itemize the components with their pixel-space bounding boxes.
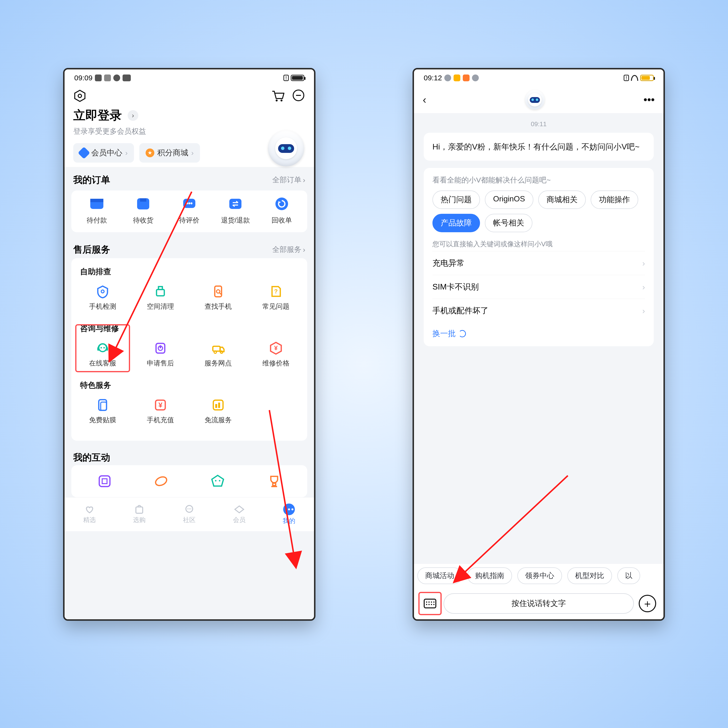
status-app-icon — [454, 75, 460, 81]
member-center-chip[interactable]: 会员中心 › — [73, 143, 134, 162]
more-icon[interactable]: ••• — [644, 94, 655, 106]
status-bar: 09:12 — [414, 69, 664, 86]
svg-point-54 — [189, 508, 190, 509]
tag-mall[interactable]: 商城相关 — [538, 191, 586, 209]
inter-icon-purple[interactable] — [96, 473, 113, 490]
tab-featured[interactable]: 精选 — [64, 497, 115, 531]
order-recycle[interactable]: 回收单 — [259, 195, 305, 225]
input-bar: 按住说话转文字 ＋ — [414, 588, 664, 619]
inter-icon-teal[interactable] — [209, 473, 226, 490]
svg-rect-30 — [160, 345, 161, 348]
svg-point-45 — [154, 475, 168, 487]
star-icon — [145, 148, 154, 157]
tab-member[interactable]: 会员 — [214, 497, 264, 531]
voice-input[interactable]: 按住说话转文字 — [444, 593, 634, 614]
phone-left: 09:09 — [63, 68, 315, 621]
order-refund[interactable]: 退货/退款 — [213, 195, 258, 225]
status-app2-icon — [463, 75, 470, 81]
status-time: 09:09 — [74, 74, 92, 82]
tab-community[interactable]: 社区 — [164, 497, 214, 531]
status-time: 09:12 — [424, 74, 442, 82]
inter-icon-orange[interactable] — [152, 473, 170, 490]
special-title: 特色服务 — [74, 376, 305, 392]
messages-icon[interactable] — [292, 89, 305, 102]
cart-icon[interactable] — [270, 89, 284, 103]
svg-rect-17 — [156, 289, 164, 296]
chat-avatar[interactable] — [525, 90, 544, 109]
svg-point-53 — [187, 508, 188, 509]
sugg-more[interactable]: 以 — [617, 567, 640, 584]
svg-point-47 — [215, 480, 216, 482]
tab-mine[interactable]: 我的 — [264, 497, 314, 531]
tab-shop[interactable]: 选购 — [115, 497, 165, 531]
refresh-link[interactable]: 换一批 — [433, 323, 645, 341]
svg-rect-18 — [159, 287, 162, 289]
settings-hex-icon[interactable] — [73, 89, 86, 102]
svc-online-support[interactable]: 在线客服 — [74, 336, 132, 372]
svg-rect-37 — [101, 402, 107, 410]
svg-point-15 — [275, 197, 288, 210]
svg-point-3 — [280, 99, 283, 101]
order-pending-review[interactable]: 待评价 — [166, 195, 213, 225]
diamond-icon — [78, 147, 90, 159]
services-card: 自助排查 手机检测 空间清理 查找手机 ?常见问题 咨询与维修 在线客服 申请售… — [71, 258, 307, 441]
svc-service-center[interactable]: 服务网点 — [189, 336, 247, 372]
svg-point-1 — [78, 94, 81, 98]
order-pending-receive[interactable]: 待收货 — [120, 195, 166, 225]
back-icon[interactable]: ‹ — [423, 94, 427, 106]
annotation-highlight — [418, 592, 442, 615]
chevron-right-icon: › — [191, 149, 194, 157]
svc-repair-price[interactable]: ¥维修价格 — [247, 336, 305, 372]
svg-point-48 — [219, 480, 220, 482]
tag-hot[interactable]: 热门问题 — [433, 191, 480, 209]
greeting-bubble: Hi，亲爱的V粉，新年快乐！有什么问题，不妨问问小V吧~ — [424, 133, 654, 161]
svg-rect-43 — [99, 476, 110, 486]
avatar-robot[interactable] — [268, 130, 304, 167]
sugg-mall-event[interactable]: 商城活动 — [418, 567, 462, 584]
svc-free-data[interactable]: 免流服务 — [189, 393, 247, 429]
svg-point-2 — [276, 99, 278, 101]
svc-topup[interactable]: ¥手机充值 — [132, 393, 189, 429]
inter-icon-trophy[interactable] — [266, 473, 283, 490]
status-dot-icon — [113, 75, 120, 81]
svg-point-23 — [99, 344, 107, 352]
tag-function[interactable]: 功能操作 — [590, 191, 638, 209]
status-hd-icon — [122, 75, 131, 81]
svc-faq[interactable]: ?常见问题 — [247, 280, 305, 315]
svc-clean[interactable]: 空间清理 — [132, 280, 189, 315]
keyboard-icon[interactable] — [421, 595, 439, 612]
svc-phone-check[interactable]: 手机检测 — [74, 280, 132, 315]
svc-free-film[interactable]: 免费贴膜 — [74, 393, 132, 429]
sugg-compare[interactable]: 机型对比 — [567, 567, 612, 584]
faq-broken[interactable]: 手机或配件坏了› — [433, 299, 645, 323]
tag-account[interactable]: 帐号相关 — [485, 214, 532, 232]
points-mall-chip[interactable]: 积分商城 › — [139, 143, 200, 162]
plus-icon[interactable]: ＋ — [639, 595, 656, 612]
svg-line-21 — [219, 293, 221, 294]
svg-point-26 — [101, 347, 102, 349]
tab-mine-icon — [283, 503, 295, 515]
battery-icon — [640, 75, 654, 81]
svg-point-13 — [191, 202, 193, 204]
status-clock-icon — [444, 75, 451, 81]
interaction-title: 我的互动 — [64, 447, 314, 465]
svg-point-16 — [101, 290, 104, 293]
sugg-buy-guide[interactable]: 购机指南 — [467, 567, 512, 584]
svg-rect-19 — [215, 286, 222, 297]
order-pending-pay[interactable]: 待付款 — [74, 195, 120, 225]
login-title[interactable]: 立即登录 — [73, 107, 122, 124]
tag-originos[interactable]: OriginOS — [485, 191, 534, 209]
svg-rect-9 — [140, 198, 146, 202]
svg-text:¥: ¥ — [274, 344, 278, 352]
services-title: 售后服务 — [73, 243, 110, 256]
login-chevron-icon[interactable]: › — [128, 110, 138, 121]
svc-find-phone[interactable]: 查找手机 — [189, 280, 247, 315]
sugg-coupon[interactable]: 领券中心 — [517, 567, 562, 584]
orders-more-link[interactable]: 全部订单› — [272, 175, 305, 185]
svc-apply-aftersale[interactable]: 申请售后 — [132, 336, 189, 372]
svg-rect-24 — [97, 347, 99, 351]
faq-sim[interactable]: SIM卡不识别› — [433, 275, 645, 299]
tag-product-issue[interactable]: 产品故障 — [433, 214, 480, 232]
faq-charging[interactable]: 充电异常› — [433, 251, 645, 275]
services-more-link[interactable]: 全部服务› — [272, 245, 305, 255]
